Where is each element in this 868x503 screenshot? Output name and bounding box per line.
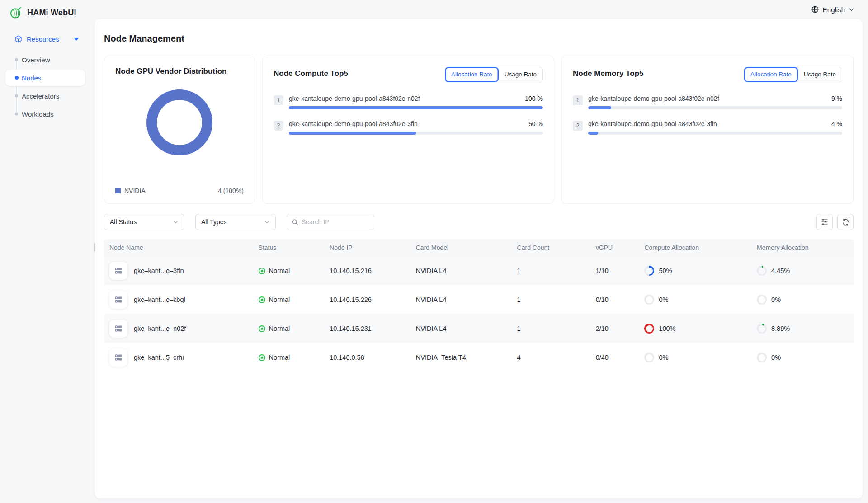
card-model: NVIDIA L4 — [411, 267, 513, 274]
col-card-model: Card Model — [411, 244, 513, 251]
legend-swatch — [115, 188, 121, 193]
memory-top5-card: Node Memory Top5 Allocation Rate Usage R… — [561, 56, 854, 204]
rank-badge: 1 — [573, 95, 583, 105]
type-filter-select[interactable]: All Types — [195, 214, 276, 230]
compute-allocation-value: 50% — [659, 267, 672, 274]
sidebar-item-nodes[interactable]: Nodes — [0, 69, 95, 87]
status-badge: Normal — [269, 296, 290, 303]
memory-card-head: Node Memory Top5 Allocation Rate Usage R… — [573, 67, 842, 82]
chevron-down-icon — [173, 219, 179, 225]
progress-fill — [289, 106, 543, 109]
brand: HAMi WebUI — [0, 4, 95, 20]
memory-allocation-ring — [757, 295, 767, 305]
compute-top5-card: Node Compute Top5 Allocation Rate Usage … — [262, 56, 554, 204]
compute-allocation-ring — [644, 324, 654, 334]
tree-dot-icon — [15, 76, 19, 80]
node-name-link[interactable]: gke–kant...e–3fln — [134, 267, 184, 274]
table-row[interactable]: gke–kant...e–3fln Normal 10.140.15.216 N… — [104, 256, 854, 285]
sidebar-item-label: Workloads — [22, 110, 54, 118]
donut-hole — [157, 100, 202, 145]
sidebar-section-label: Resources — [27, 35, 59, 43]
page-title: Node Management — [104, 33, 854, 44]
compute-allocation-ring — [644, 353, 654, 362]
compute-allocation-value: 0% — [659, 354, 668, 361]
panel-resize-handle[interactable] — [94, 243, 95, 251]
status-filter-select[interactable]: All Status — [104, 214, 184, 230]
sidebar-tree: Overview Nodes Accelerators Workloads — [0, 51, 95, 123]
sidebar-section-resources[interactable]: Resources — [0, 31, 95, 47]
tree-dot-icon — [15, 113, 18, 116]
status-dot-icon — [259, 354, 265, 361]
refresh-button[interactable] — [837, 214, 854, 230]
allocation-rate-button[interactable]: Allocation Rate — [445, 67, 498, 82]
search-ip-input[interactable] — [302, 218, 369, 226]
language-selector[interactable]: English — [811, 5, 854, 14]
server-icon — [109, 262, 127, 280]
col-node-ip: Node IP — [325, 244, 411, 251]
allocation-rate-button[interactable]: Allocation Rate — [745, 67, 797, 82]
compute-card-title: Node Compute Top5 — [274, 67, 348, 78]
node-name-link[interactable]: gke–kant...e–n02f — [134, 325, 186, 332]
memory-allocation-ring — [757, 324, 767, 334]
col-status: Status — [254, 244, 326, 251]
sidebar-item-overview[interactable]: Overview — [0, 51, 95, 69]
node-ip: 10.140.15.231 — [325, 325, 411, 332]
table-row[interactable]: gke–kant...e–n02f Normal 10.140.15.231 N… — [104, 314, 854, 343]
memory-allocation-value: 4.45% — [771, 267, 790, 274]
list-item: 1 gke-kantaloupe-demo-gpu-pool-a843f02e-… — [573, 95, 842, 109]
vendor-distribution-card: Node GPU Vendor Distribution NVIDIA 4 (1… — [104, 56, 255, 204]
card-count: 1 — [513, 296, 591, 303]
percent-value: 100 % — [519, 95, 543, 102]
node-name-link[interactable]: gke–kant...e–kbql — [134, 296, 185, 303]
globe-icon — [811, 5, 819, 14]
col-vgpu: vGPU — [591, 244, 640, 251]
app-title: HAMi WebUI — [27, 8, 76, 18]
rank-badge: 2 — [573, 121, 583, 131]
cube-icon — [14, 35, 22, 43]
main-panel: Node Management Node GPU Vendor Distribu… — [95, 19, 863, 498]
col-node-name: Node Name — [104, 244, 254, 251]
vgpu-value: 0/40 — [591, 354, 640, 361]
server-icon — [109, 291, 127, 309]
usage-rate-button[interactable]: Usage Rate — [498, 67, 542, 82]
status-dot-icon — [259, 268, 265, 274]
sidebar-item-workloads[interactable]: Workloads — [0, 105, 95, 123]
table-row[interactable]: gke–kant...5–crhi Normal 10.140.0.58 NVI… — [104, 343, 854, 372]
content-column: English Node Management Node GPU Vendor … — [95, 0, 868, 503]
node-name-text: gke-kantaloupe-demo-gpu-pool-a843f02e-3f… — [588, 120, 717, 127]
refresh-icon — [842, 218, 849, 226]
sidebar-item-accelerators[interactable]: Accelerators — [0, 87, 95, 105]
node-ip: 10.140.15.216 — [325, 267, 411, 274]
chevron-down-icon — [264, 219, 270, 225]
server-icon — [109, 348, 127, 367]
vgpu-value: 1/10 — [591, 267, 640, 274]
server-icon — [109, 320, 127, 338]
search-icon — [292, 219, 298, 226]
progress-track — [289, 132, 543, 135]
vendor-legend: NVIDIA 4 (100%) — [115, 187, 244, 194]
card-count: 1 — [513, 267, 591, 274]
sidebar-item-label: Overview — [22, 56, 50, 64]
progress-fill — [588, 132, 598, 135]
memory-rate-toggle: Allocation Rate Usage Rate — [744, 67, 842, 82]
list-item-body: gke-kantaloupe-demo-gpu-pool-a843f02e-n0… — [588, 95, 842, 109]
node-ip: 10.140.0.58 — [325, 354, 411, 361]
node-name-link[interactable]: gke–kant...5–crhi — [134, 354, 184, 361]
stat-cards-row: Node GPU Vendor Distribution NVIDIA 4 (1… — [104, 56, 854, 204]
table-row[interactable]: gke–kant...e–kbql Normal 10.140.15.226 N… — [104, 285, 854, 314]
language-label: English — [823, 6, 845, 14]
chevron-down-icon — [849, 7, 854, 13]
vendor-donut-chart — [146, 89, 212, 155]
sidebar-item-label: Nodes — [22, 74, 41, 82]
memory-card-title: Node Memory Top5 — [573, 67, 643, 78]
tree-dot-icon — [15, 94, 18, 98]
node-name-text: gke-kantaloupe-demo-gpu-pool-a843f02e-n0… — [289, 95, 420, 102]
filter-toolbar: All Status All Types — [104, 214, 854, 230]
col-card-count: Card Count — [513, 244, 591, 251]
column-settings-button[interactable] — [816, 214, 833, 230]
topbar: English — [95, 0, 868, 19]
usage-rate-button[interactable]: Usage Rate — [797, 67, 842, 82]
card-model: NVIDIA L4 — [411, 296, 513, 303]
memory-allocation-ring — [757, 266, 767, 276]
legend-label: NVIDIA — [124, 187, 146, 194]
